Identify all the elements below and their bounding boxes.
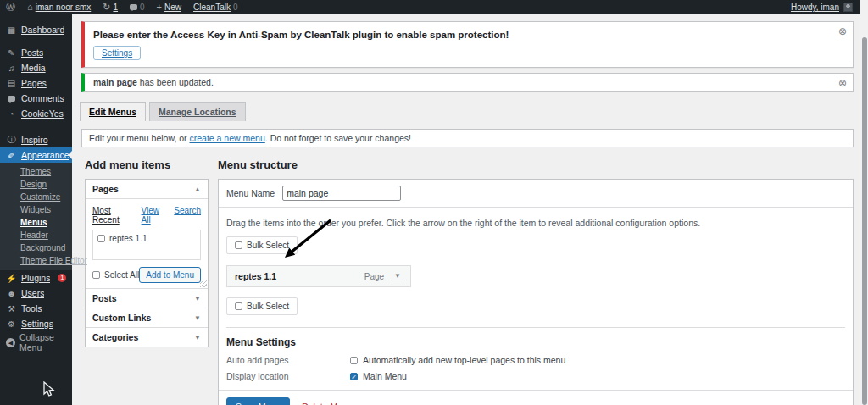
comments-icon (6, 94, 17, 103)
comments-link[interactable]: 0 (124, 0, 151, 14)
tab-edit-menus[interactable]: Edit Menus (80, 102, 146, 121)
add-menu-items-column: Add menu items Pages ▲ Most Recent View … (85, 158, 209, 347)
accordion-posts-header[interactable]: Posts ▼ (86, 288, 208, 308)
auto-add-checkbox[interactable] (350, 357, 358, 364)
bulk-select-checkbox[interactable] (235, 302, 242, 310)
page-item-checkbox[interactable] (97, 235, 105, 242)
sidebar-item-cookieyes[interactable]: ◔ CookieYes (0, 106, 72, 121)
collapse-menu-button[interactable]: ◀ Collapse Menu (0, 335, 72, 350)
chevron-down-icon: ▼ (194, 314, 201, 322)
submenu-label: Background (20, 243, 65, 252)
add-to-menu-button[interactable]: Add to Menu (139, 267, 201, 283)
menu-item-reptes[interactable]: reptes 1.1 Page ▼ (226, 265, 411, 287)
resize-handle[interactable] (200, 280, 207, 287)
main-menu-checkbox[interactable]: ✓ (350, 373, 358, 380)
accordion-container: Pages ▲ Most Recent View All Search rept… (85, 179, 209, 347)
dismiss-notice-icon[interactable]: ⊗ (838, 78, 847, 88)
submenu-item-background[interactable]: Background (0, 241, 72, 254)
submenu-label: Theme File Editor (20, 256, 87, 265)
delete-menu-link[interactable]: Delete Menu (302, 402, 353, 405)
sidebar-item-settings[interactable]: ⚙ Settings (0, 316, 72, 331)
pages-icon: ▤ (6, 79, 17, 88)
accordion-title: Posts (92, 293, 117, 303)
updates-link[interactable]: ↻ 1 (97, 0, 124, 14)
nav-tab-bar: Edit Menus Manage Locations (80, 102, 860, 121)
main-menu-option-label: Main Menu (363, 371, 407, 381)
tab-most-recent[interactable]: Most Recent (92, 206, 135, 225)
accordion-custom-links-header[interactable]: Custom Links ▼ (86, 308, 208, 327)
submenu-label: Widgets (20, 205, 51, 214)
submenu-item-design[interactable]: Design (0, 178, 72, 191)
submenu-item-header[interactable]: Header (0, 229, 72, 241)
submenu-item-customize[interactable]: Customize (0, 191, 72, 203)
edit-menu-instruction: Edit your menu below, or create a new me… (81, 129, 854, 147)
item-expand-icon[interactable]: ▼ (392, 272, 403, 280)
add-menu-items-heading: Add menu items (85, 158, 209, 171)
menu-structure-column: Menu structure Menu Name Drag the items … (218, 158, 854, 405)
sidebar-item-dashboard[interactable]: ▦ Dashboard (0, 22, 72, 37)
plugins-icon: ⚡ (6, 274, 17, 283)
sidebar-label: Appearance (21, 150, 69, 160)
comment-bubble-icon (130, 4, 137, 10)
page-scrollbar-track[interactable] (860, 0, 868, 405)
sidebar-item-appearance[interactable]: ✐ Appearance (0, 147, 72, 163)
menu-card-body: Drag the items into the order you prefer… (219, 208, 853, 381)
instruction-text: . Do not forget to save your changes! (265, 133, 411, 143)
sidebar-item-posts[interactable]: ✎ Posts (0, 45, 72, 60)
cleantalk-settings-button[interactable]: Settings (93, 46, 141, 60)
page-scrollbar-thumb[interactable] (862, 37, 867, 405)
sidebar-item-inspiro[interactable]: ⓘ Inspiro (0, 132, 72, 147)
divider (226, 327, 845, 328)
bulk-select-checkbox[interactable] (235, 241, 242, 249)
sidebar-item-plugins[interactable]: ⚡ Plugins 1 (0, 270, 72, 286)
cookieyes-icon: ◔ (6, 109, 17, 119)
sidebar-item-pages[interactable]: ▤ Pages (0, 75, 72, 91)
submenu-item-widgets[interactable]: Widgets (0, 203, 72, 216)
tab-view-all[interactable]: View All (142, 206, 168, 225)
save-menu-button[interactable]: Save Menu (226, 397, 290, 405)
menu-edit-card: Menu Name Drag the items into the order … (218, 179, 854, 405)
submenu-item-theme-file-editor[interactable]: Theme File Editor (0, 254, 72, 267)
home-icon: ⌂ (27, 3, 33, 12)
sidebar-label: Plugins (21, 273, 50, 283)
plugins-update-badge: 1 (58, 274, 66, 282)
sidebar-item-tools[interactable]: ⚒ Tools (0, 301, 72, 316)
tab-search[interactable]: Search (174, 206, 201, 225)
appearance-submenu: Themes Design Customize Widgets Menus He… (0, 163, 72, 270)
appearance-icon: ✐ (6, 151, 17, 160)
main-content: Please enter the Access Key in Anti-Spam… (72, 14, 860, 405)
auto-add-label: Auto add pages (226, 355, 350, 365)
sidebar-label: Media (21, 63, 46, 73)
drag-hint-text: Drag the items into the order you prefer… (226, 218, 845, 228)
accordion-title: Pages (92, 184, 119, 194)
sidebar-item-comments[interactable]: Comments (0, 91, 72, 106)
menu-name-input[interactable] (282, 186, 401, 201)
site-name-link[interactable]: ⌂ iman noor smx (21, 0, 97, 14)
auto-add-option-label: Automatically add new top-level pages to… (363, 355, 565, 365)
wp-logo-menu[interactable]: Ⓦ (0, 0, 21, 14)
updates-icon: ↻ (103, 3, 110, 12)
select-all-checkbox[interactable] (92, 271, 100, 279)
menu-name-row: Menu Name (219, 180, 853, 208)
cleantalk-label: CleanTalk (193, 3, 231, 12)
create-new-menu-link[interactable]: create a new menu (189, 133, 264, 143)
new-label: New (164, 3, 181, 12)
chevron-down-icon: ▼ (194, 334, 201, 341)
sidebar-item-users[interactable]: ☻ Users (0, 286, 72, 301)
pages-panel-body: Most Recent View All Search reptes 1.1 (86, 198, 208, 288)
submenu-item-menus[interactable]: Menus (0, 216, 72, 229)
tab-manage-locations[interactable]: Manage Locations (149, 102, 246, 121)
collapse-arrow-icon: ◀ (6, 338, 15, 347)
cleantalk-link[interactable]: CleanTalk 0 (187, 0, 243, 14)
submenu-item-themes[interactable]: Themes (0, 165, 72, 178)
new-content-link[interactable]: + New (151, 0, 187, 14)
accordion-pages-header[interactable]: Pages ▲ (86, 180, 208, 198)
sidebar-label: Inspiro (21, 135, 48, 145)
user-avatar[interactable] (843, 3, 853, 12)
sidebar-item-media[interactable]: ♫ Media (0, 60, 72, 75)
howdy-link[interactable]: Howdy, iman (791, 3, 839, 12)
accordion-categories-header[interactable]: Categories ▼ (86, 327, 208, 347)
notice-message: Please enter the Access Key in Anti-Spam… (93, 30, 829, 40)
dismiss-notice-icon[interactable]: ⊗ (838, 26, 847, 36)
menu-item-type: Page (364, 272, 384, 281)
